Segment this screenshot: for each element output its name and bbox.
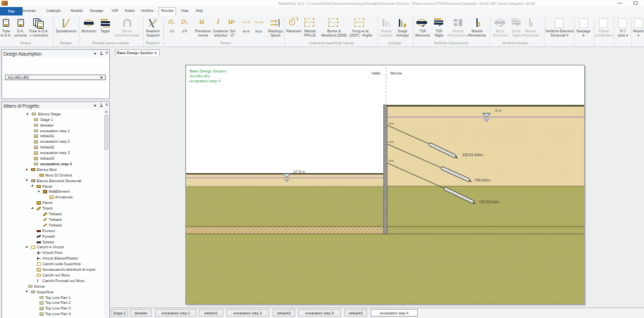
svg-text:1tieb: 1tieb: [388, 122, 394, 125]
svg-text:700 kN/m: 700 kN/m: [475, 178, 490, 182]
svg-text:excavation step 4: excavation step 4: [190, 79, 221, 83]
svg-text:725.93 kN/m: 725.93 kN/m: [479, 200, 500, 204]
svg-text:1tieb: 1tieb: [388, 160, 394, 163]
svg-text:Base Design Section: Base Design Section: [190, 69, 226, 73]
svg-text:-17.5 m: -17.5 m: [292, 170, 305, 174]
svg-text:-3 m: -3 m: [494, 108, 501, 113]
svg-text:Valle: Valle: [371, 71, 381, 75]
svg-text:A1+M1+R1: A1+M1+R1: [190, 74, 209, 78]
svg-text:Monte: Monte: [390, 71, 402, 75]
svg-text:333.91 kN/m: 333.91 kN/m: [462, 153, 483, 157]
svg-text:1tieb: 1tieb: [388, 141, 394, 144]
